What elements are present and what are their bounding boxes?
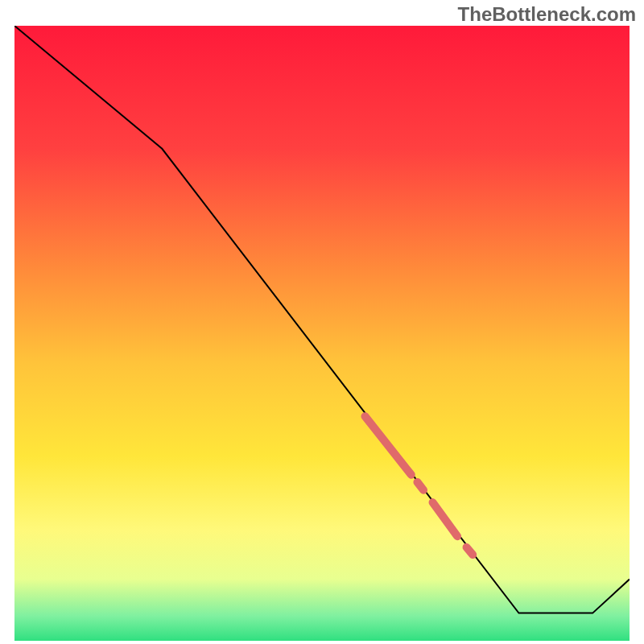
highlight-segment [365, 416, 411, 475]
highlight-segment [417, 482, 423, 490]
chart-plot-area [14, 26, 630, 641]
highlight-segment [433, 502, 458, 536]
watermark-text: TheBottleneck.com [458, 3, 636, 26]
highlight-segment [467, 547, 473, 555]
chart-highlight-layer [14, 26, 630, 641]
